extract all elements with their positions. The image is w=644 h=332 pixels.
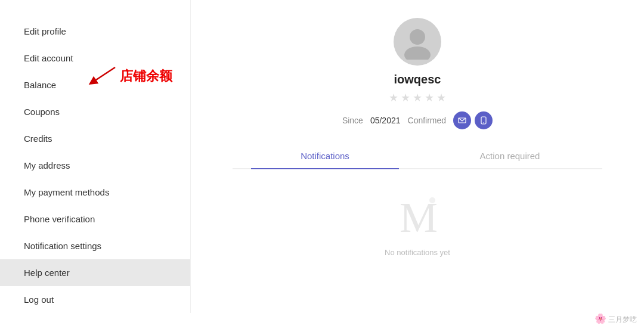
sidebar-item-my-address[interactable]: My address (0, 152, 190, 179)
svg-point-3 (404, 46, 431, 60)
main-content: iowqesc ★ ★ ★ ★ ★ Since 05/2021 Confirme… (191, 0, 644, 332)
email-icon (458, 116, 466, 125)
avatar (394, 18, 441, 66)
confirmed-badges (453, 111, 493, 129)
avatar-container (394, 18, 441, 66)
star-1: ★ (389, 91, 398, 104)
sidebar-item-help-center[interactable]: Help center (0, 259, 190, 286)
svg-point-2 (410, 29, 425, 45)
sidebar-item-balance[interactable]: Balance (0, 72, 190, 98)
star-3: ★ (413, 91, 422, 104)
phone-icon (479, 116, 488, 125)
since-date: 05/2021 (370, 116, 401, 125)
sidebar: Edit profile Edit account Balance Coupon… (0, 0, 191, 313)
empty-state-text: No notifications yet (385, 248, 450, 257)
sidebar-item-log-out[interactable]: Log out (0, 286, 190, 313)
phone-badge (475, 111, 493, 129)
avatar-icon (400, 24, 435, 60)
star-rating: ★ ★ ★ ★ ★ (389, 91, 446, 104)
sidebar-item-edit-profile[interactable]: Edit profile (0, 18, 190, 45)
sidebar-item-notification-settings[interactable]: Notification settings (0, 232, 190, 259)
tab-notifications[interactable]: Notifications (233, 144, 417, 168)
empty-state-icon: M (397, 193, 438, 241)
empty-state: M No notifications yet (385, 193, 450, 257)
tab-action-required[interactable]: Action required (417, 144, 602, 168)
confirmed-label: Confirmed (408, 116, 447, 125)
star-5: ★ (436, 91, 446, 104)
star-2: ★ (401, 91, 410, 104)
profile-info-row: Since 05/2021 Confirmed (342, 111, 493, 129)
empty-m-icon: M (397, 193, 438, 235)
sidebar-item-edit-account[interactable]: Edit account (0, 45, 190, 72)
sidebar-item-credits[interactable]: Credits (0, 125, 190, 152)
svg-point-8 (429, 197, 435, 203)
email-badge (453, 111, 471, 129)
svg-point-6 (483, 122, 484, 123)
tabs-container: Notifications Action required (233, 144, 602, 169)
sidebar-item-my-payment-methods[interactable]: My payment methods (0, 179, 190, 206)
sidebar-item-phone-verification[interactable]: Phone verification (0, 206, 190, 232)
star-4: ★ (425, 91, 434, 104)
watermark: 🌸 三月梦呓 (595, 313, 637, 325)
username: iowqesc (394, 73, 441, 86)
since-label: Since (342, 116, 363, 125)
sidebar-item-coupons[interactable]: Coupons (0, 98, 190, 125)
